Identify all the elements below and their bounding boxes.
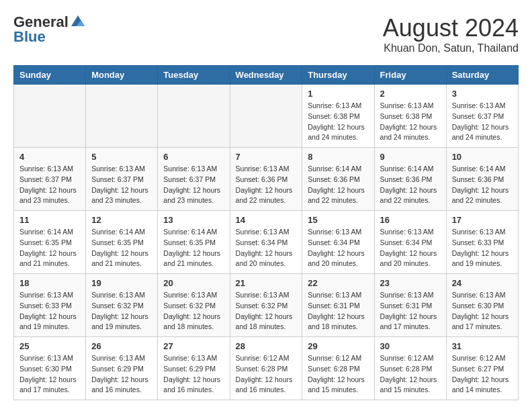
- calendar-cell: 13Sunrise: 6:14 AM Sunset: 6:35 PM Dayli…: [158, 211, 230, 274]
- day-info: Sunrise: 6:12 AM Sunset: 6:28 PM Dayligh…: [236, 353, 297, 396]
- calendar-week-row: 4Sunrise: 6:13 AM Sunset: 6:37 PM Daylig…: [14, 148, 519, 211]
- calendar-table: SundayMondayTuesdayWednesdayThursdayFrid…: [13, 65, 519, 400]
- calendar-cell: 12Sunrise: 6:14 AM Sunset: 6:35 PM Dayli…: [86, 211, 158, 274]
- calendar-cell: [158, 85, 230, 148]
- calendar-cell: 18Sunrise: 6:13 AM Sunset: 6:33 PM Dayli…: [14, 274, 86, 337]
- day-info: Sunrise: 6:13 AM Sunset: 6:37 PM Dayligh…: [452, 101, 513, 143]
- weekday-header: Saturday: [446, 66, 518, 85]
- day-info: Sunrise: 6:13 AM Sunset: 6:31 PM Dayligh…: [380, 290, 441, 332]
- day-number: 4: [19, 152, 80, 162]
- weekday-header: Wednesday: [230, 66, 302, 85]
- calendar-cell: 27Sunrise: 6:13 AM Sunset: 6:29 PM Dayli…: [158, 337, 230, 400]
- day-number: 28: [236, 341, 297, 351]
- calendar-cell: 26Sunrise: 6:13 AM Sunset: 6:29 PM Dayli…: [86, 337, 158, 400]
- day-number: 6: [163, 152, 224, 162]
- calendar-cell: 2Sunrise: 6:13 AM Sunset: 6:38 PM Daylig…: [374, 85, 446, 148]
- calendar-cell: 24Sunrise: 6:13 AM Sunset: 6:30 PM Dayli…: [446, 274, 518, 337]
- calendar-cell: 28Sunrise: 6:12 AM Sunset: 6:28 PM Dayli…: [230, 337, 302, 400]
- logo-icon: [70, 14, 86, 30]
- day-number: 25: [19, 341, 80, 351]
- calendar-cell: 4Sunrise: 6:13 AM Sunset: 6:37 PM Daylig…: [14, 148, 86, 211]
- day-info: Sunrise: 6:12 AM Sunset: 6:27 PM Dayligh…: [452, 353, 513, 396]
- day-info: Sunrise: 6:13 AM Sunset: 6:33 PM Dayligh…: [452, 227, 513, 269]
- calendar-cell: 19Sunrise: 6:13 AM Sunset: 6:32 PM Dayli…: [86, 274, 158, 337]
- day-number: 11: [19, 215, 80, 225]
- day-number: 9: [380, 152, 441, 162]
- day-number: 2: [380, 89, 441, 99]
- day-number: 5: [91, 152, 152, 162]
- day-number: 24: [452, 278, 513, 288]
- calendar-cell: 9Sunrise: 6:14 AM Sunset: 6:36 PM Daylig…: [374, 148, 446, 211]
- day-number: 12: [91, 215, 152, 225]
- day-info: Sunrise: 6:12 AM Sunset: 6:28 PM Dayligh…: [380, 353, 441, 396]
- day-info: Sunrise: 6:14 AM Sunset: 6:35 PM Dayligh…: [163, 227, 224, 269]
- day-number: 16: [380, 215, 441, 225]
- day-info: Sunrise: 6:13 AM Sunset: 6:31 PM Dayligh…: [308, 290, 368, 332]
- page-header: General Blue August 2024 Khuan Don, Satu…: [13, 13, 519, 54]
- day-info: Sunrise: 6:13 AM Sunset: 6:32 PM Dayligh…: [236, 290, 297, 332]
- day-info: Sunrise: 6:13 AM Sunset: 6:37 PM Dayligh…: [91, 164, 152, 206]
- weekday-header: Friday: [374, 66, 446, 85]
- calendar-cell: 29Sunrise: 6:12 AM Sunset: 6:28 PM Dayli…: [302, 337, 374, 400]
- day-number: 7: [236, 152, 297, 162]
- calendar-cell: 17Sunrise: 6:13 AM Sunset: 6:33 PM Dayli…: [446, 211, 518, 274]
- calendar-cell: 22Sunrise: 6:13 AM Sunset: 6:31 PM Dayli…: [302, 274, 374, 337]
- calendar-cell: [86, 85, 158, 148]
- day-info: Sunrise: 6:13 AM Sunset: 6:29 PM Dayligh…: [91, 353, 152, 396]
- day-info: Sunrise: 6:14 AM Sunset: 6:36 PM Dayligh…: [452, 164, 513, 206]
- calendar-cell: 14Sunrise: 6:13 AM Sunset: 6:34 PM Dayli…: [230, 211, 302, 274]
- calendar-cell: [230, 85, 302, 148]
- day-info: Sunrise: 6:13 AM Sunset: 6:30 PM Dayligh…: [19, 353, 80, 396]
- calendar-cell: 6Sunrise: 6:13 AM Sunset: 6:37 PM Daylig…: [158, 148, 230, 211]
- day-info: Sunrise: 6:13 AM Sunset: 6:38 PM Dayligh…: [308, 101, 368, 143]
- day-info: Sunrise: 6:13 AM Sunset: 6:34 PM Dayligh…: [308, 227, 368, 269]
- calendar-cell: 10Sunrise: 6:14 AM Sunset: 6:36 PM Dayli…: [446, 148, 518, 211]
- calendar-week-row: 1Sunrise: 6:13 AM Sunset: 6:38 PM Daylig…: [14, 85, 519, 148]
- calendar-week-row: 25Sunrise: 6:13 AM Sunset: 6:30 PM Dayli…: [14, 337, 519, 400]
- day-number: 14: [236, 215, 297, 225]
- calendar-cell: 20Sunrise: 6:13 AM Sunset: 6:32 PM Dayli…: [158, 274, 230, 337]
- day-info: Sunrise: 6:14 AM Sunset: 6:35 PM Dayligh…: [19, 227, 80, 269]
- day-info: Sunrise: 6:14 AM Sunset: 6:36 PM Dayligh…: [308, 164, 368, 206]
- day-info: Sunrise: 6:13 AM Sunset: 6:37 PM Dayligh…: [19, 164, 80, 206]
- day-info: Sunrise: 6:13 AM Sunset: 6:32 PM Dayligh…: [163, 290, 224, 332]
- weekday-header: Sunday: [14, 66, 86, 85]
- logo-blue-text: Blue: [13, 28, 46, 46]
- day-info: Sunrise: 6:13 AM Sunset: 6:29 PM Dayligh…: [163, 353, 224, 396]
- day-number: 1: [308, 89, 368, 99]
- calendar-cell: 25Sunrise: 6:13 AM Sunset: 6:30 PM Dayli…: [14, 337, 86, 400]
- day-number: 15: [308, 215, 368, 225]
- calendar-cell: 1Sunrise: 6:13 AM Sunset: 6:38 PM Daylig…: [302, 85, 374, 148]
- day-number: 18: [19, 278, 80, 288]
- day-number: 3: [452, 89, 513, 99]
- day-info: Sunrise: 6:13 AM Sunset: 6:36 PM Dayligh…: [236, 164, 297, 206]
- calendar-cell: 7Sunrise: 6:13 AM Sunset: 6:36 PM Daylig…: [230, 148, 302, 211]
- calendar-cell: 5Sunrise: 6:13 AM Sunset: 6:37 PM Daylig…: [86, 148, 158, 211]
- location-text: Khuan Don, Satun, Thailand: [383, 42, 519, 54]
- day-info: Sunrise: 6:14 AM Sunset: 6:36 PM Dayligh…: [380, 164, 441, 206]
- day-info: Sunrise: 6:13 AM Sunset: 6:37 PM Dayligh…: [163, 164, 224, 206]
- weekday-header: Tuesday: [158, 66, 230, 85]
- title-block: August 2024 Khuan Don, Satun, Thailand: [383, 13, 519, 54]
- day-number: 20: [163, 278, 224, 288]
- day-number: 29: [308, 341, 368, 351]
- calendar-cell: 16Sunrise: 6:13 AM Sunset: 6:34 PM Dayli…: [374, 211, 446, 274]
- day-info: Sunrise: 6:13 AM Sunset: 6:32 PM Dayligh…: [91, 290, 152, 332]
- day-info: Sunrise: 6:12 AM Sunset: 6:28 PM Dayligh…: [308, 353, 368, 396]
- calendar-week-row: 18Sunrise: 6:13 AM Sunset: 6:33 PM Dayli…: [14, 274, 519, 337]
- day-info: Sunrise: 6:13 AM Sunset: 6:30 PM Dayligh…: [452, 290, 513, 332]
- day-number: 26: [91, 341, 152, 351]
- day-number: 27: [163, 341, 224, 351]
- calendar-header-row: SundayMondayTuesdayWednesdayThursdayFrid…: [14, 66, 519, 85]
- calendar-cell: 23Sunrise: 6:13 AM Sunset: 6:31 PM Dayli…: [374, 274, 446, 337]
- weekday-header: Monday: [86, 66, 158, 85]
- calendar-cell: 3Sunrise: 6:13 AM Sunset: 6:37 PM Daylig…: [446, 85, 518, 148]
- day-info: Sunrise: 6:13 AM Sunset: 6:33 PM Dayligh…: [19, 290, 80, 332]
- day-number: 13: [163, 215, 224, 225]
- month-title: August 2024: [383, 13, 519, 42]
- calendar-cell: 11Sunrise: 6:14 AM Sunset: 6:35 PM Dayli…: [14, 211, 86, 274]
- day-info: Sunrise: 6:13 AM Sunset: 6:38 PM Dayligh…: [380, 101, 441, 143]
- day-number: 19: [91, 278, 152, 288]
- calendar-cell: [14, 85, 86, 148]
- calendar-week-row: 11Sunrise: 6:14 AM Sunset: 6:35 PM Dayli…: [14, 211, 519, 274]
